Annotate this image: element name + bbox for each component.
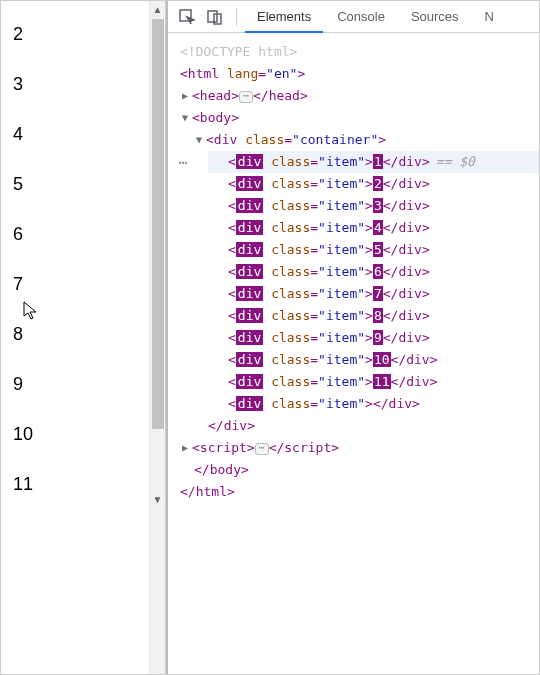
svg-rect-1: [208, 11, 217, 22]
dom-node-item[interactable]: <div class="item">7</div>: [208, 283, 539, 305]
dom-node-item[interactable]: <div class="item">11</div>: [208, 371, 539, 393]
dom-tree[interactable]: <!DOCTYPE html> <html lang="en"> ▶<head>…: [168, 33, 539, 674]
tab-console[interactable]: Console: [325, 1, 397, 33]
tab-sources[interactable]: Sources: [399, 1, 471, 33]
dom-node-item[interactable]: <div class="item">9</div>: [208, 327, 539, 349]
dom-node-item[interactable]: <div class="item">3</div>: [208, 195, 539, 217]
list-item: 7: [13, 259, 165, 309]
devtools-panel: Elements Console Sources N <!DOCTYPE htm…: [166, 1, 539, 674]
dom-node-item[interactable]: <div class="item">6</div>: [208, 261, 539, 283]
dom-node-html-close[interactable]: </html>: [168, 481, 539, 503]
scroll-down-button[interactable]: ▼: [150, 491, 165, 507]
list-item: 10: [13, 409, 165, 459]
dom-node-html-open[interactable]: <html lang="en">: [168, 63, 539, 85]
dom-node-item[interactable]: <div class="item">10</div>: [208, 349, 539, 371]
expand-arrow-icon[interactable]: ▶: [182, 85, 192, 107]
dom-node-item[interactable]: <div class="item">1</div>== $0: [208, 151, 539, 173]
scrollbar[interactable]: ▲ ▼: [149, 1, 165, 674]
list-item: 6: [13, 209, 165, 259]
collapse-arrow-icon[interactable]: ▼: [196, 129, 206, 151]
tab-more[interactable]: N: [473, 1, 506, 33]
dom-node-head[interactable]: ▶<head>⋯</head>: [168, 85, 539, 107]
page-content: 2 3 4 5 6 7 8 9 10 11: [1, 1, 165, 509]
scroll-up-button[interactable]: ▲: [150, 1, 165, 17]
toolbar-separator: [236, 8, 237, 26]
devtools-toolbar: Elements Console Sources N: [168, 1, 539, 33]
list-item: 3: [13, 59, 165, 109]
dom-node-script[interactable]: ▶<script>⋯</script>: [168, 437, 539, 459]
list-item: 9: [13, 359, 165, 409]
dom-node-doctype[interactable]: <!DOCTYPE html>: [168, 41, 539, 63]
dom-node-item[interactable]: <div class="item">5</div>: [208, 239, 539, 261]
dom-node-item[interactable]: <div class="item"></div>: [208, 393, 539, 415]
dom-node-container-open[interactable]: ▼<div class="container">: [168, 129, 539, 151]
list-item: 2: [13, 9, 165, 59]
list-item: 11: [13, 459, 165, 509]
list-item: 8: [13, 309, 165, 359]
dom-node-item[interactable]: <div class="item">2</div>: [208, 173, 539, 195]
list-item: 5: [13, 159, 165, 209]
dom-node-item[interactable]: <div class="item">8</div>: [208, 305, 539, 327]
collapse-arrow-icon[interactable]: ▼: [182, 107, 192, 129]
list-item: 4: [13, 109, 165, 159]
tab-elements[interactable]: Elements: [245, 1, 323, 33]
dom-node-container-close[interactable]: </div>: [168, 415, 539, 437]
device-toggle-icon[interactable]: [202, 4, 228, 30]
dom-node-body-open[interactable]: ▼<body>: [168, 107, 539, 129]
page-preview-pane: 2 3 4 5 6 7 8 9 10 11 ▲ ▼: [1, 1, 166, 674]
inspect-element-icon[interactable]: [174, 4, 200, 30]
ellipsis-icon[interactable]: ⋯: [255, 443, 269, 455]
expand-arrow-icon[interactable]: ▶: [182, 437, 192, 459]
dom-node-item[interactable]: <div class="item">4</div>: [208, 217, 539, 239]
dom-node-body-close[interactable]: </body>: [168, 459, 539, 481]
ellipsis-icon[interactable]: ⋯: [239, 91, 253, 103]
scroll-thumb[interactable]: [152, 19, 164, 429]
